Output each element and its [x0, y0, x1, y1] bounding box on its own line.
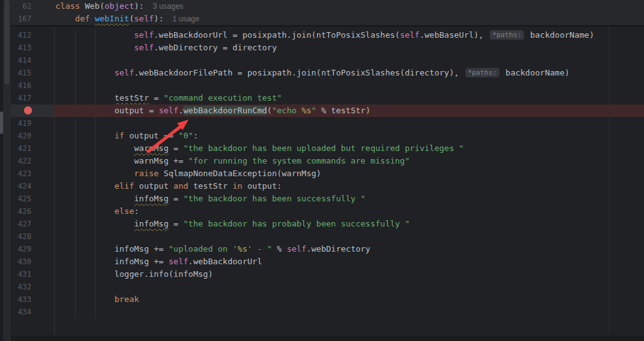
code-line[interactable]: [54, 54, 644, 67]
line-gutter[interactable]: 426: [11, 205, 54, 218]
rail-scrollbar-thumb[interactable]: [4, 0, 9, 84]
code-token: ):: [134, 1, 144, 11]
code-line[interactable]: else:: [54, 205, 644, 218]
line-number[interactable]: 420: [18, 130, 31, 142]
line-gutter[interactable]: 413: [11, 42, 54, 54]
line-number[interactable]: 415: [18, 67, 31, 79]
line-number[interactable]: 434: [18, 306, 31, 318]
code-token: self: [158, 106, 178, 115]
line-number[interactable]: 423: [18, 167, 31, 180]
line-number[interactable]: 424: [18, 180, 31, 193]
code-line-row: 414: [11, 54, 644, 67]
line-number[interactable]: 427: [18, 218, 31, 230]
code-token: self: [134, 14, 153, 23]
line-gutter[interactable]: 167: [11, 13, 54, 25]
line-gutter[interactable]: 420: [11, 130, 54, 142]
code-token: raise: [134, 169, 158, 178]
line-number[interactable]: 425: [18, 193, 31, 205]
line-number[interactable]: 414: [18, 54, 31, 67]
code-line[interactable]: self.webBackdoorFilePath = posixpath.joi…: [54, 67, 644, 79]
line-gutter[interactable]: 423: [11, 167, 54, 180]
code-line[interactable]: [54, 79, 644, 92]
code-line[interactable]: warnMsg = "the backdoor has been uploade…: [54, 142, 644, 155]
line-gutter[interactable]: 417: [11, 92, 54, 104]
line-gutter[interactable]: 427: [11, 218, 54, 230]
line-gutter[interactable]: 434: [11, 306, 54, 318]
line-number[interactable]: 429: [18, 243, 31, 255]
code-line[interactable]: class Web(object):3 usages: [54, 0, 644, 13]
line-number[interactable]: 431: [18, 268, 31, 281]
code-line[interactable]: infoMsg = "the backdoor has probably bee…: [54, 218, 644, 230]
line-number[interactable]: 433: [18, 293, 31, 306]
line-number[interactable]: 432: [18, 281, 31, 293]
code-line-row: 432: [11, 281, 644, 293]
code-line[interactable]: infoMsg += self.webBackdoorUrl: [54, 255, 644, 268]
code-line[interactable]: [54, 117, 644, 130]
code-token: [55, 30, 134, 40]
code-line[interactable]: raise SqlmapNoneDataException(warnMsg): [54, 167, 644, 180]
code-line-row: 426 else:: [11, 205, 644, 218]
line-number[interactable]: 430: [18, 255, 31, 268]
code-token: self: [114, 68, 134, 77]
code-token: .webBackdoorFilePath = posixpath.join(nt…: [134, 68, 464, 77]
code-line[interactable]: output = self.webBackdoorRunCmd("echo %s…: [54, 104, 644, 117]
line-gutter[interactable]: 62: [11, 0, 54, 13]
code-line[interactable]: infoMsg = "the backdoor has been success…: [54, 193, 644, 205]
line-gutter[interactable]: 428: [11, 230, 54, 243]
code-token: logger.info(infoMsg): [55, 269, 213, 279]
line-gutter[interactable]: 429: [11, 243, 54, 255]
code-line[interactable]: testStr = "command execution test": [54, 92, 644, 104]
code-line-row: 419: [11, 117, 644, 130]
line-gutter[interactable]: [11, 104, 54, 117]
code-line[interactable]: [54, 281, 644, 293]
code-line[interactable]: [54, 306, 644, 318]
code-token: .webDirectory = directory: [154, 43, 277, 52]
code-line-row: 425 infoMsg = "the backdoor has been suc…: [11, 193, 644, 205]
line-gutter[interactable]: 414: [11, 54, 54, 67]
code-line[interactable]: self.webDirectory = directory: [54, 42, 644, 54]
line-gutter[interactable]: 422: [11, 155, 54, 167]
code-line[interactable]: logger.info(infoMsg): [54, 268, 644, 281]
line-gutter[interactable]: 421: [11, 142, 54, 155]
line-gutter[interactable]: 432: [11, 281, 54, 293]
code-token: [55, 93, 114, 103]
line-gutter[interactable]: 415: [11, 67, 54, 79]
line-gutter[interactable]: 419: [11, 117, 54, 130]
line-number[interactable]: 416: [18, 79, 31, 92]
line-gutter[interactable]: 433: [11, 293, 54, 306]
line-number[interactable]: 167: [18, 13, 31, 25]
breakpoint-icon[interactable]: [24, 106, 32, 115]
line-gutter[interactable]: 416: [11, 79, 54, 92]
code-token: backdoorName): [525, 30, 594, 40]
code-line[interactable]: infoMsg += "uploaded on '%s' - " % self.…: [54, 243, 644, 255]
code-token: elif: [114, 181, 134, 191]
line-gutter[interactable]: 425: [11, 193, 54, 205]
editor-code-area[interactable]: 412 self.webBackdoorUrl = posixpath.join…: [11, 29, 644, 318]
line-number[interactable]: 412: [18, 29, 31, 42]
code-line[interactable]: if output == "0":: [54, 130, 644, 142]
code-token: else: [114, 206, 134, 216]
code-token: :: [193, 131, 198, 140]
code-line[interactable]: self.webBackdoorUrl = posixpath.join(ntT…: [54, 29, 644, 42]
parameter-hint-pill: *paths:: [490, 30, 524, 40]
code-line[interactable]: def webInit(self):1 usage: [54, 13, 644, 25]
line-number[interactable]: 422: [18, 155, 31, 167]
code-line[interactable]: warnMsg += "for running the system comma…: [54, 155, 644, 167]
code-line[interactable]: [54, 230, 644, 243]
code-token: "uploaded on ': [169, 244, 238, 254]
line-number[interactable]: 426: [18, 205, 31, 218]
line-gutter[interactable]: 431: [11, 268, 54, 281]
line-number[interactable]: 428: [18, 230, 31, 243]
line-gutter[interactable]: 424: [11, 180, 54, 193]
code-line[interactable]: elif output and testStr in output:: [54, 180, 644, 193]
line-gutter[interactable]: 412: [11, 29, 54, 42]
line-number[interactable]: 417: [18, 92, 31, 104]
line-number[interactable]: 62: [23, 0, 31, 13]
line-number[interactable]: 421: [18, 142, 31, 155]
code-token: object: [104, 1, 134, 11]
code-token: ": [311, 106, 316, 115]
line-number[interactable]: 419: [18, 117, 31, 130]
line-gutter[interactable]: 430: [11, 255, 54, 268]
line-number[interactable]: 413: [18, 42, 31, 54]
code-line[interactable]: break: [54, 293, 644, 306]
